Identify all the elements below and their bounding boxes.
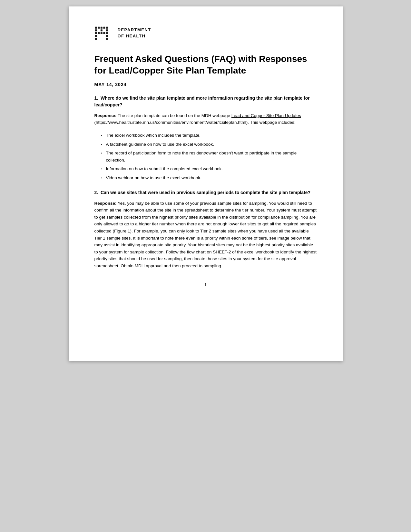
page-number: 1 [94, 282, 317, 287]
svg-rect-8 [95, 32, 97, 34]
response-link-text: Lead and Copper Site Plan Updates [231, 113, 301, 118]
response-link-url: (https://www.health.state.mn.us/communit… [94, 120, 249, 125]
bullet-5: Video webinar on how to use the excel wo… [101, 174, 317, 182]
document-date: MAY 14, 2024 [94, 82, 317, 87]
svg-rect-9 [98, 32, 100, 34]
page-title: Frequent Asked Questions (FAQ) with Resp… [94, 53, 317, 77]
svg-rect-7 [106, 29, 108, 31]
question-2-number: 2. [94, 190, 101, 195]
question-1-number: 1. [94, 95, 101, 101]
bullet-1: The excel workbook which includes the te… [101, 132, 317, 139]
logo-container: DEPARTMENT OF HEALTH [94, 26, 151, 40]
svg-rect-13 [95, 35, 97, 37]
bullet-3: The record of participation form to note… [101, 150, 317, 163]
bullet-4: Information on how to submit the complet… [101, 165, 317, 172]
question-1-bullets: The excel workbook which includes the te… [101, 132, 317, 182]
svg-rect-10 [100, 32, 102, 34]
response-label-1: Response: [94, 113, 117, 118]
bullet-2: A factsheet guideline on how to use the … [101, 141, 317, 148]
question-1-response: Response: The site plan template can be … [94, 112, 317, 126]
question-2-response-body: Response: Yes, you may be able to use so… [94, 200, 317, 270]
response-suffix: This webpage includes: [249, 120, 296, 125]
logo-text: DEPARTMENT OF HEALTH [118, 27, 151, 39]
page-header: DEPARTMENT OF HEALTH [94, 26, 317, 40]
svg-rect-4 [106, 27, 108, 29]
question-2-section: 2. Can we use sites that were used in pr… [94, 189, 317, 270]
svg-rect-5 [95, 29, 97, 31]
svg-rect-15 [95, 38, 97, 40]
question-1-section: 1. Where do we find the site plan templa… [94, 95, 317, 182]
logo-icon [94, 26, 114, 40]
svg-rect-12 [106, 32, 108, 34]
question-2-text: Can we use sites that were used in previ… [101, 190, 310, 195]
response-body-text: Yes, you may be able to use some of your… [94, 201, 317, 268]
question-1-text: Where do we find the site plan template … [94, 95, 310, 107]
question-2-response: Response: Yes, you may be able to use so… [94, 200, 317, 270]
svg-rect-11 [103, 32, 105, 34]
document-page: DEPARTMENT OF HEALTH Frequent Asked Ques… [69, 6, 343, 361]
response-label-2: Response: [94, 201, 117, 206]
svg-rect-1 [98, 27, 100, 29]
svg-rect-3 [103, 27, 105, 29]
response-intro-text: The site plan template can be found on t… [118, 113, 230, 118]
question-2: 2. Can we use sites that were used in pr… [94, 189, 317, 196]
svg-rect-2 [100, 27, 102, 29]
svg-rect-16 [106, 38, 108, 40]
svg-rect-6 [100, 29, 102, 31]
question-1: 1. Where do we find the site plan templa… [94, 95, 317, 108]
svg-rect-0 [95, 27, 97, 29]
question-1-response-intro: Response: The site plan template can be … [94, 112, 317, 126]
svg-rect-14 [106, 35, 108, 37]
logo-line2: OF HEALTH [118, 33, 151, 39]
logo-line1: DEPARTMENT [118, 27, 151, 33]
